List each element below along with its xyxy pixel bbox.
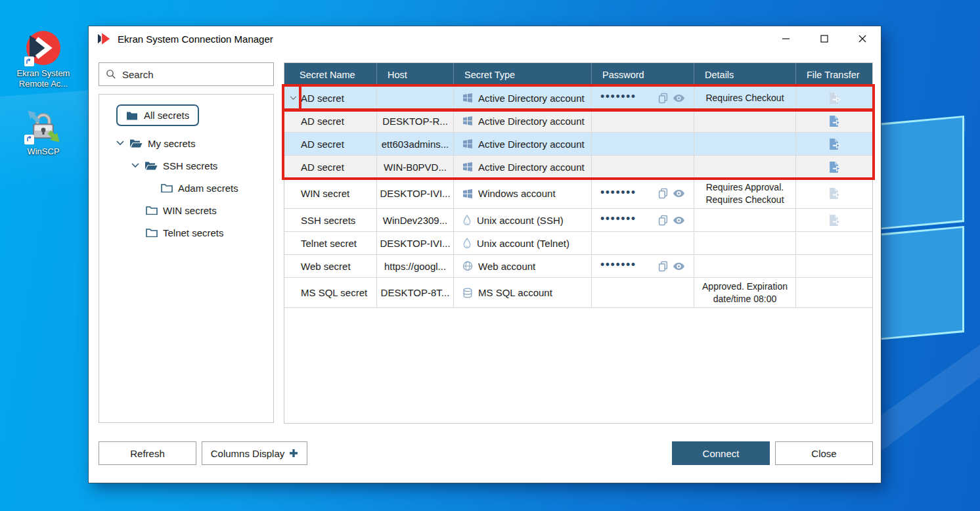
maximize-button[interactable] <box>809 26 839 51</box>
columns-display-button[interactable]: Columns Display <box>202 441 307 465</box>
minimize-button[interactable] <box>770 26 801 51</box>
row-expander-chevron-icon[interactable] <box>288 93 298 103</box>
ekran-logo-icon <box>97 32 112 46</box>
secret-type: Web account <box>478 261 535 272</box>
file-transfer-icon[interactable] <box>828 115 841 127</box>
host-cell: ett603admins... <box>377 133 454 155</box>
search-icon <box>106 69 116 79</box>
windows-logo-icon <box>462 162 473 172</box>
show-password-eye-icon[interactable] <box>673 262 685 271</box>
host-cell: WinDev2309... <box>377 209 454 231</box>
connect-button[interactable]: Connect <box>672 441 770 465</box>
folder-icon <box>146 228 158 237</box>
details-cell <box>694 156 796 178</box>
host-cell: DESKTOP-IVI... <box>377 179 454 208</box>
host-cell: DESKTOP-R... <box>377 110 454 132</box>
table-row[interactable]: Telnet secret DESKTOP-IVI... Unix accoun… <box>284 232 872 255</box>
table-row[interactable]: AD secret ett603admins... Active Directo… <box>284 133 872 156</box>
table-row[interactable]: AD secret Active Directory account •••••… <box>284 87 872 110</box>
table-row[interactable]: Web secret https://googl... Web account … <box>284 255 872 278</box>
refresh-button[interactable]: Refresh <box>99 441 196 465</box>
table-row[interactable]: AD secret WIN-B0PVD... Active Directory … <box>284 156 872 179</box>
secret-name: MS SQL secret <box>301 287 367 298</box>
tree-item-my-secrets[interactable]: My secrets <box>106 132 267 154</box>
table-row[interactable]: SSH secrets WinDev2309... Unix account (… <box>284 209 872 232</box>
secret-type: MS SQL account <box>478 287 552 298</box>
copy-password-icon[interactable] <box>657 261 669 272</box>
folder-icon <box>161 183 173 192</box>
shortcut-arrow-icon <box>24 56 34 66</box>
shortcut-arrow-icon <box>24 135 34 144</box>
password-mask: ••••••• <box>600 213 636 225</box>
password-mask: ••••••• <box>600 91 636 102</box>
folder-tree-panel: All secrets My secrets SSH secrets Adam … <box>99 94 274 423</box>
details-cell <box>694 110 796 132</box>
column-header-host[interactable]: Host <box>377 63 454 87</box>
secret-name: Telnet secret <box>301 238 357 249</box>
close-window-button[interactable] <box>847 26 878 51</box>
desktop-icon-winscp[interactable]: WinSCP <box>26 108 61 157</box>
copy-password-icon[interactable] <box>657 93 669 104</box>
details-cell: Requires Approval. Requires Checkout <box>694 179 796 208</box>
show-password-eye-icon[interactable] <box>673 189 685 198</box>
folder-open-icon <box>129 139 143 148</box>
secret-type: Active Directory account <box>478 139 585 150</box>
copy-password-icon[interactable] <box>657 188 669 199</box>
column-header-secret-name[interactable]: Secret Name <box>284 63 377 87</box>
chevron-down-icon <box>131 163 139 168</box>
file-transfer-icon-disabled <box>828 187 841 200</box>
tree-item-adam-secrets[interactable]: Adam secrets <box>106 177 267 199</box>
host-cell <box>377 87 454 109</box>
desktop-icon-label: WinSCP <box>27 146 59 157</box>
secret-name: Web secret <box>301 261 351 272</box>
host-cell: DESKTOP-IVI... <box>377 232 454 254</box>
secret-type: Unix account (Telnet) <box>477 238 569 249</box>
file-transfer-icon[interactable] <box>828 138 841 150</box>
secret-type: Active Directory account <box>478 116 585 127</box>
table-row[interactable]: WIN secret DESKTOP-IVI... Windows accoun… <box>284 179 872 209</box>
password-mask: ••••••• <box>600 259 636 271</box>
password-mask: ••••••• <box>600 187 636 198</box>
maximize-icon <box>820 35 828 43</box>
copy-password-icon[interactable] <box>657 215 669 226</box>
column-header-password[interactable]: Password <box>592 63 694 87</box>
secrets-table: Secret Name Host Secret Type Password De… <box>284 62 873 424</box>
secret-name: AD secret <box>301 162 344 173</box>
plus-icon <box>289 449 298 458</box>
windows-logo-icon <box>462 93 473 103</box>
file-transfer-icon-disabled <box>828 92 841 104</box>
tree-item-all-secrets[interactable]: All secrets <box>116 104 199 126</box>
connection-manager-window: Ekran System Connection Manager All secr… <box>89 26 881 483</box>
search-input[interactable] <box>122 69 267 80</box>
column-header-details[interactable]: Details <box>694 63 796 87</box>
tree-item-ssh-secrets[interactable]: SSH secrets <box>106 154 267 177</box>
unix-icon <box>462 238 472 248</box>
secret-name: AD secret <box>301 116 344 127</box>
tree-item-telnet-secrets[interactable]: Telnet secrets <box>106 221 267 244</box>
details-cell <box>694 133 796 155</box>
column-header-secret-type[interactable]: Secret Type <box>454 63 592 87</box>
search-box <box>99 62 274 86</box>
globe-icon <box>462 261 473 271</box>
secret-type: Windows account <box>478 188 556 199</box>
close-button[interactable]: Close <box>775 441 873 465</box>
chevron-down-icon <box>116 141 124 146</box>
show-password-eye-icon[interactable] <box>673 216 685 225</box>
show-password-eye-icon[interactable] <box>673 94 685 102</box>
secret-name: AD secret <box>301 139 344 150</box>
file-transfer-icon[interactable] <box>828 161 841 173</box>
secret-type: Active Directory account <box>478 162 585 173</box>
folder-icon <box>146 206 158 215</box>
database-icon <box>462 288 473 298</box>
windows-logo-icon <box>462 189 473 199</box>
desktop-wallpaper: Ekran System Remote Ac... <box>0 0 980 511</box>
tree-item-win-secrets[interactable]: WIN secrets <box>106 199 267 221</box>
secret-name: SSH secrets <box>301 215 355 226</box>
table-row[interactable]: AD secret DESKTOP-R... Active Directory … <box>284 110 872 133</box>
secret-type: Unix account (SSH) <box>477 215 564 226</box>
window-title: Ekran System Connection Manager <box>118 33 273 45</box>
desktop-icon-ekran[interactable]: Ekran System Remote Ac... <box>17 30 70 90</box>
table-row[interactable]: MS SQL secret DESKTOP-8T... MS SQL accou… <box>284 278 872 308</box>
details-cell: Requires Checkout <box>694 87 796 109</box>
column-header-file-transfer[interactable]: File Transfer <box>796 63 872 87</box>
